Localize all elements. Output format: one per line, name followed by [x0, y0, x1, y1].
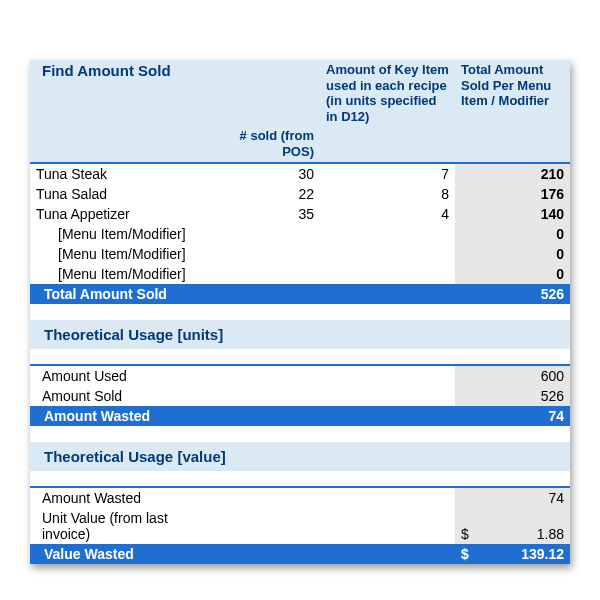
value-wasted-value: $ 139.12 [455, 544, 570, 564]
key-item-amount [320, 244, 455, 264]
total-amount-sold-value: 526 [455, 284, 570, 304]
num-sold [200, 224, 320, 244]
section-title-theoretical-value: Theoretical Usage [value] [30, 442, 570, 471]
unit-value-label: Unit Value (from last invoice) [30, 508, 200, 544]
num-sold: 30 [200, 163, 320, 184]
table-row: [Menu Item/Modifier]0 [30, 244, 570, 264]
amount-wasted-value-value: 74 [455, 487, 570, 508]
row-total: 176 [455, 184, 570, 204]
value-wasted-label: Value Wasted [30, 544, 200, 564]
row-total: 210 [455, 163, 570, 184]
amount-wasted-units-label: Amount Wasted [30, 406, 200, 426]
row-total: 0 [455, 224, 570, 244]
item-name: Tuna Appetizer [30, 204, 200, 224]
amount-wasted-units-value: 74 [455, 406, 570, 426]
col-header-num-sold: # sold (from POS) [200, 126, 320, 162]
amount-sold-label: Amount Sold [30, 386, 200, 406]
table-row: Tuna Appetizer354140 [30, 204, 570, 224]
col-header-total-sold: Total Amount Sold Per Menu Item / Modifi… [455, 60, 570, 126]
key-item-amount [320, 264, 455, 284]
item-name: Tuna Salad [30, 184, 200, 204]
unit-value-value: $ 1.88 [455, 508, 570, 544]
table-row: [Menu Item/Modifier]0 [30, 224, 570, 244]
row-total: 140 [455, 204, 570, 224]
key-item-amount [320, 224, 455, 244]
amount-wasted-value-label: Amount Wasted [30, 487, 200, 508]
col-header-key-item: Amount of Key Item used in each recipe (… [320, 60, 455, 126]
table-row: Tuna Salad228176 [30, 184, 570, 204]
row-total: 0 [455, 264, 570, 284]
amount-used-value: 600 [455, 365, 570, 386]
total-amount-sold-label: Total Amount Sold [30, 284, 200, 304]
num-sold: 35 [200, 204, 320, 224]
section-title-theoretical-units: Theoretical Usage [units] [30, 320, 570, 349]
amount-sold-value: 526 [455, 386, 570, 406]
section-title-find-amount-sold: Find Amount Sold [30, 60, 200, 94]
row-total: 0 [455, 244, 570, 264]
menu-item-rows: Tuna Steak307210Tuna Salad228176Tuna App… [30, 163, 570, 284]
key-item-amount: 8 [320, 184, 455, 204]
key-item-amount: 4 [320, 204, 455, 224]
item-name: [Menu Item/Modifier] [30, 244, 200, 264]
num-sold: 22 [200, 184, 320, 204]
num-sold [200, 264, 320, 284]
table-row: [Menu Item/Modifier]0 [30, 264, 570, 284]
key-item-amount: 7 [320, 163, 455, 184]
spreadsheet-table: Find Amount Sold Amount of Key Item used… [30, 60, 570, 564]
amount-used-label: Amount Used [30, 365, 200, 386]
item-name: [Menu Item/Modifier] [30, 264, 200, 284]
num-sold [200, 244, 320, 264]
item-name: Tuna Steak [30, 163, 200, 184]
item-name: [Menu Item/Modifier] [30, 224, 200, 244]
table-row: Tuna Steak307210 [30, 163, 570, 184]
